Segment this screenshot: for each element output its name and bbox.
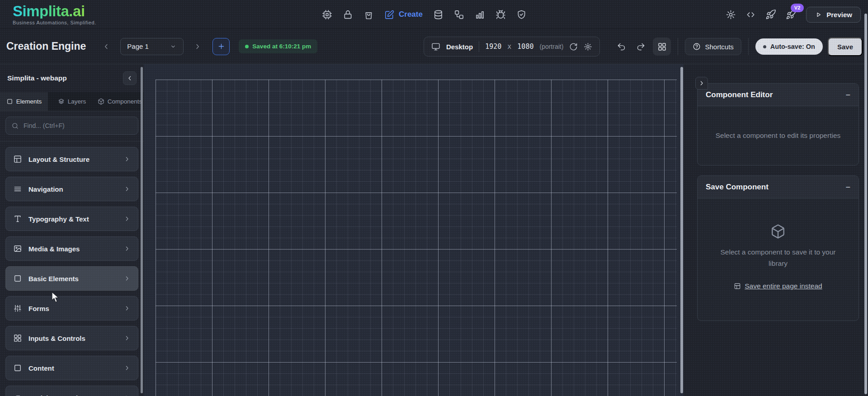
page-title: Creation Engine — [6, 40, 86, 52]
chevron-right-icon — [123, 156, 131, 163]
component-editor-header: Component Editor − — [698, 84, 859, 106]
elements-sidebar: Simplita - webapp Elements Layers Compon… — [0, 64, 144, 396]
header-right-group: V2 Preview — [726, 0, 861, 29]
category-list: Layout & Structure Navigation Typography… — [0, 141, 144, 396]
brand-tagline: Business Automations, Simplified. — [13, 20, 96, 25]
settings-icon[interactable] — [726, 9, 736, 20]
page-selector[interactable]: Page 1 — [120, 38, 184, 55]
rocket-icon[interactable] — [765, 9, 776, 20]
tab-elements[interactable]: Elements — [0, 92, 48, 111]
help-circle-icon — [693, 42, 701, 51]
category-layout-structure[interactable]: Layout & Structure — [5, 147, 138, 171]
save-button[interactable]: Save — [828, 38, 863, 56]
tab-layers[interactable]: Layers — [48, 92, 96, 111]
component-editor-empty-state: Select a component to edit its propertie… — [698, 106, 859, 165]
chevron-right-icon — [123, 305, 131, 312]
chevron-right-icon — [123, 275, 131, 282]
layers-icon — [58, 98, 65, 105]
device-settings-icon[interactable] — [584, 42, 592, 51]
category-forms[interactable]: Forms — [5, 296, 138, 321]
database-icon[interactable] — [433, 9, 443, 20]
create-button[interactable]: Create — [384, 9, 423, 20]
mouse-cursor — [51, 292, 61, 303]
element-search — [5, 117, 138, 135]
refresh-icon[interactable] — [569, 42, 578, 51]
bug-icon[interactable] — [495, 9, 506, 20]
category-inputs-controls[interactable]: Inputs & Controls — [5, 326, 138, 350]
device-width-value[interactable]: 1920 — [485, 42, 501, 51]
layout-icon — [13, 155, 22, 164]
divider — [479, 41, 479, 52]
shortcuts-button[interactable]: Shortcuts — [685, 38, 741, 55]
category-content[interactable]: Content — [5, 356, 138, 380]
save-status-badge: Saved at 6:10:21 pm — [239, 39, 317, 53]
toolbar-right-group: Shortcuts Auto-save: On Save — [614, 29, 863, 64]
chevron-right-icon — [123, 364, 131, 372]
edit-icon — [384, 9, 395, 20]
category-typography-text[interactable]: Typography & Text — [5, 207, 138, 231]
workflow-icon[interactable] — [454, 9, 464, 20]
grid-view-button[interactable] — [653, 38, 671, 56]
sidebar-scrollbar[interactable] — [141, 67, 143, 393]
tab-components[interactable]: Components — [96, 92, 144, 111]
play-icon — [815, 11, 822, 19]
add-page-button[interactable] — [212, 38, 230, 55]
device-height-value[interactable]: 1080 — [517, 42, 533, 51]
page-layout-icon — [734, 283, 741, 290]
deploy-rocket-button[interactable]: V2 — [786, 9, 797, 20]
search-input[interactable] — [24, 122, 132, 129]
version-badge: V2 — [791, 4, 804, 12]
window-scrollbar[interactable] — [864, 14, 867, 394]
square-icon — [13, 363, 22, 372]
lock-icon[interactable] — [343, 9, 353, 20]
shield-check-icon[interactable] — [516, 9, 527, 20]
content-area: Simplita - webapp Elements Layers Compon… — [0, 64, 868, 396]
arrow-up-right-icon — [13, 393, 22, 396]
divider — [748, 38, 749, 55]
next-page-button[interactable] — [192, 41, 203, 52]
prev-page-button[interactable] — [100, 41, 112, 52]
autosave-toggle[interactable]: Auto-save: On — [755, 38, 823, 55]
category-navigation[interactable]: Navigation — [5, 177, 138, 201]
bar-chart-icon[interactable] — [475, 9, 485, 20]
minimize-button[interactable]: − — [845, 183, 850, 191]
chevron-right-icon — [123, 215, 131, 222]
minimize-button[interactable]: − — [845, 91, 850, 99]
redo-button[interactable] — [633, 39, 648, 54]
package-icon — [770, 224, 786, 239]
category-media-images[interactable]: Media & Images — [5, 236, 138, 261]
monitor-icon[interactable] — [431, 42, 440, 51]
sidebar-tabs: Elements Layers Components — [0, 92, 144, 111]
category-basic-elements[interactable]: Basic Elements — [5, 266, 138, 291]
cpu-icon[interactable] — [322, 9, 332, 20]
design-canvas[interactable] — [144, 64, 684, 396]
image-icon — [13, 244, 22, 253]
undo-button[interactable] — [614, 39, 628, 54]
code-icon[interactable] — [745, 9, 756, 20]
type-icon — [13, 214, 22, 223]
canvas-scrollbar[interactable] — [680, 67, 683, 393]
project-title: Simplita - webapp — [7, 74, 67, 82]
preview-button[interactable]: Preview — [806, 7, 861, 23]
canvas-grid[interactable] — [156, 80, 677, 396]
save-component-panel: Save Component − Select a component to s… — [697, 175, 859, 321]
sidebar-collapse-button[interactable] — [123, 71, 137, 85]
search-icon — [11, 122, 19, 130]
panel-expand-button[interactable] — [695, 77, 708, 90]
project-row: Simplita - webapp — [0, 64, 144, 92]
shopping-bag-icon[interactable] — [363, 9, 374, 20]
save-entire-page-link[interactable]: Save entire page instead — [734, 281, 822, 292]
component-editor-panel: Component Editor − Select a component to… — [697, 83, 859, 165]
chevron-right-icon — [123, 185, 131, 193]
sliders-icon — [13, 304, 22, 313]
square-icon — [6, 98, 13, 105]
category-modals-overlays[interactable]: Modals & Overlays — [5, 386, 138, 396]
chevron-right-icon — [123, 335, 131, 342]
menu-icon — [13, 184, 22, 193]
device-label[interactable]: Desktop — [446, 43, 473, 51]
save-component-header: Save Component − — [698, 176, 859, 198]
save-component-empty-state: Select a component to save it to your li… — [698, 198, 859, 321]
square-icon — [13, 274, 22, 283]
device-toolbar: Desktop 1920 x 1080 (portrait) — [424, 37, 600, 57]
create-label: Create — [399, 10, 423, 19]
